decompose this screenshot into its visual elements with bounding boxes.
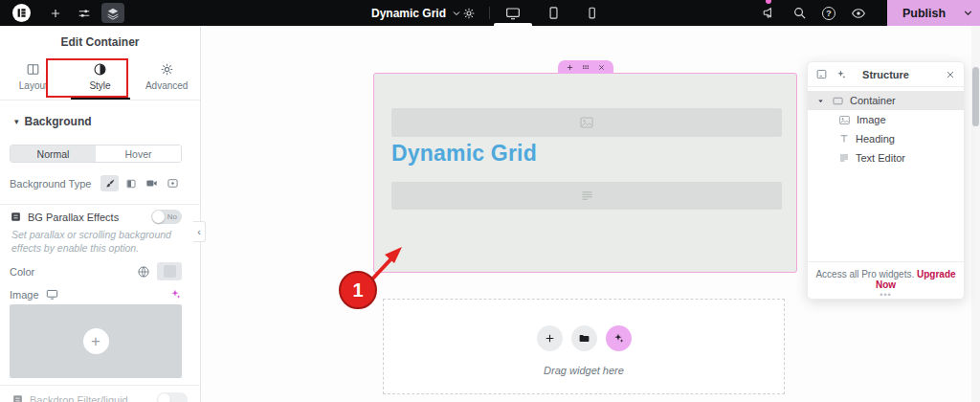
device-mobile-button[interactable] xyxy=(574,0,609,26)
background-type-choices xyxy=(100,175,182,191)
swatch-inner xyxy=(164,265,176,278)
bg-type-gradient-icon[interactable] xyxy=(122,175,140,191)
annotation-step-badge: 1 xyxy=(339,271,377,309)
empty-container-dropzone[interactable]: Drag widget here xyxy=(383,299,785,394)
backdrop-filter-row[interactable]: Backdrop Filter/liquid xyxy=(11,392,189,402)
close-icon[interactable] xyxy=(945,69,956,80)
background-type-label: Background Type xyxy=(10,178,91,190)
add-image-plus-icon: + xyxy=(83,328,109,354)
caret-down-icon[interactable] xyxy=(815,96,826,106)
responsive-monitor-icon[interactable] xyxy=(46,288,58,301)
image-label: Image xyxy=(10,289,39,301)
device-desktop-button[interactable] xyxy=(495,0,531,26)
ai-builder-sparkle-button[interactable] xyxy=(606,325,632,351)
text-widget-placeholder[interactable] xyxy=(391,182,782,210)
style-half-circle-icon xyxy=(93,62,107,77)
tab-style[interactable]: Style xyxy=(67,53,134,100)
color-label: Color xyxy=(10,266,34,278)
tab-layout[interactable]: Layout xyxy=(0,53,67,100)
notification-dot xyxy=(766,0,771,4)
handle-drag-dots-icon[interactable] xyxy=(581,62,590,72)
elementor-logo[interactable] xyxy=(12,4,31,22)
device-tablet-button[interactable] xyxy=(536,0,570,26)
background-type-row: Background Type xyxy=(10,175,191,191)
color-row: Color xyxy=(10,262,191,280)
bg-type-classic-brush-icon[interactable] xyxy=(100,175,119,191)
selected-container[interactable]: Dynamic Grid xyxy=(373,73,797,273)
tree-item-heading[interactable]: Heading xyxy=(808,129,964,148)
site-settings-sliders-icon[interactable] xyxy=(73,0,96,26)
help-icon[interactable]: ? xyxy=(816,0,841,26)
ai-sparkle-icon[interactable] xyxy=(169,288,182,301)
panel-resize-handle[interactable]: ••• xyxy=(808,291,964,299)
publish-options-chevron-icon[interactable] xyxy=(962,7,974,19)
structure-panel: Structure Container Image Heading Text E… xyxy=(807,61,965,300)
add-widget-plus-button[interactable] xyxy=(537,325,563,351)
finder-search-icon[interactable] xyxy=(787,0,812,26)
image-upload-area[interactable]: + xyxy=(10,304,182,378)
active-device-indicator xyxy=(494,23,532,26)
heading-t-icon xyxy=(838,133,850,145)
global-color-globe-icon[interactable] xyxy=(134,263,152,279)
divider xyxy=(0,204,201,205)
structure-ai-sparkle-icon[interactable] xyxy=(835,69,847,80)
parallax-badge-icon xyxy=(10,211,22,223)
parallax-row: BG Parallax Effects No xyxy=(10,210,191,224)
bg-type-slideshow-icon[interactable] xyxy=(164,175,182,191)
edit-panel: Edit Container Layout Style Advanced ▾ B… xyxy=(0,26,201,402)
container-handle[interactable] xyxy=(558,60,613,74)
container-icon xyxy=(832,95,844,107)
layout-columns-icon xyxy=(26,62,40,77)
state-tab-normal[interactable]: Normal xyxy=(11,145,96,162)
scrollbar-track[interactable] xyxy=(971,26,980,402)
template-folder-button[interactable] xyxy=(571,325,597,351)
structure-title: Structure xyxy=(808,69,964,80)
structure-layers-icon[interactable] xyxy=(101,3,124,23)
structure-tree: Container Image Heading Text Editor xyxy=(808,91,964,168)
tree-item-image[interactable]: Image xyxy=(808,110,964,129)
state-tabs: Normal Hover xyxy=(10,145,182,163)
toggle-value: No xyxy=(167,212,177,221)
structure-header: Structure xyxy=(808,62,964,87)
divider xyxy=(0,385,201,386)
publish-button[interactable]: Publish xyxy=(887,0,980,26)
image-placeholder-icon xyxy=(579,115,594,130)
image-row: Image xyxy=(10,288,191,301)
bg-type-video-icon[interactable] xyxy=(143,175,161,191)
text-editor-icon xyxy=(838,152,850,164)
handle-add-icon[interactable] xyxy=(566,63,574,72)
whats-new-megaphone-icon[interactable] xyxy=(756,0,781,26)
scrollbar-thumb[interactable] xyxy=(972,67,979,126)
handle-close-icon[interactable] xyxy=(597,63,606,72)
parallax-description: Set parallax or scrolling background eff… xyxy=(11,228,184,255)
parallax-toggle[interactable]: No xyxy=(151,210,182,224)
state-tab-hover[interactable]: Hover xyxy=(96,145,181,162)
drag-widget-hint: Drag widget here xyxy=(384,365,784,376)
panel-title: Edit Container xyxy=(0,35,200,49)
dock-panel-icon[interactable] xyxy=(815,68,828,80)
panel-collapse-chevron-icon[interactable]: ‹ xyxy=(193,221,206,242)
add-element-button[interactable] xyxy=(44,0,67,26)
image-widget-placeholder[interactable] xyxy=(391,108,782,137)
preview-eye-icon[interactable] xyxy=(846,0,871,26)
backdrop-filter-label: Backdrop Filter/liquid xyxy=(30,394,128,402)
structure-footer: Access all Pro widgets. Upgrade Now xyxy=(808,261,964,290)
panel-tabs: Layout Style Advanced xyxy=(0,53,200,100)
background-section-header[interactable]: ▾ Background xyxy=(14,115,92,128)
background-section-title: Background xyxy=(25,115,92,128)
color-picker-swatch[interactable] xyxy=(157,262,182,280)
backdrop-filter-badge-icon xyxy=(11,393,24,402)
document-switcher[interactable]: Dynamic Grid xyxy=(371,0,462,26)
top-bar: Dynamic Grid ? Publish xyxy=(0,0,980,26)
image-icon xyxy=(838,114,851,126)
document-settings-gear-icon[interactable] xyxy=(457,0,480,26)
heading-widget[interactable]: Dynamic Grid xyxy=(391,141,537,167)
advanced-gear-icon xyxy=(160,62,174,77)
backdrop-filter-toggle[interactable] xyxy=(157,392,188,402)
parallax-label: BG Parallax Effects xyxy=(28,212,119,223)
tab-advanced[interactable]: Advanced xyxy=(133,53,200,100)
tree-item-text-editor[interactable]: Text Editor xyxy=(808,148,964,168)
document-name: Dynamic Grid xyxy=(371,7,446,20)
toggle-knob xyxy=(152,211,165,223)
tree-item-container[interactable]: Container xyxy=(808,91,964,110)
